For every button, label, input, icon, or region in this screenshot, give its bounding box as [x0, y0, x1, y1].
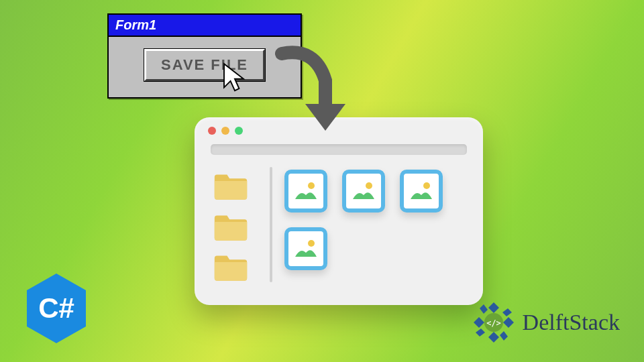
image-thumbnail[interactable]: [284, 227, 327, 270]
svg-marker-11: [500, 331, 508, 341]
cursor-icon: [221, 62, 248, 94]
image-thumbnail[interactable]: [400, 170, 443, 213]
maximize-dot-icon[interactable]: [235, 127, 243, 135]
arrow-icon: [275, 40, 369, 147]
picture-icon: [292, 235, 319, 262]
picture-icon: [350, 178, 377, 204]
close-dot-icon[interactable]: [208, 127, 216, 135]
folder-icon[interactable]: [211, 171, 251, 201]
svg-point-2: [423, 182, 430, 189]
svg-marker-8: [488, 332, 499, 343]
divider: [270, 167, 272, 282]
svg-text:C#: C#: [38, 292, 74, 324]
window-title: Form1: [115, 17, 156, 32]
image-thumbnail[interactable]: [342, 170, 385, 213]
csharp-badge-icon: C#: [23, 271, 90, 346]
svg-marker-12: [476, 328, 485, 337]
brand-name: DelftStack: [523, 310, 620, 335]
form1-window: Form1 SAVE FILE: [107, 13, 302, 99]
sidebar: [211, 167, 264, 282]
svg-point-0: [308, 182, 315, 189]
folder-icon[interactable]: [211, 252, 251, 282]
content-grid: [284, 167, 467, 282]
delftstack-logo: </> DelftStack: [470, 299, 620, 346]
svg-text:</>: </>: [486, 318, 501, 328]
minimize-dot-icon[interactable]: [221, 127, 229, 135]
svg-point-1: [366, 182, 372, 189]
svg-marker-9: [474, 317, 484, 328]
picture-icon: [408, 178, 435, 204]
image-thumbnail[interactable]: [284, 170, 327, 213]
form-body: SAVE FILE: [109, 37, 301, 97]
svg-marker-10: [502, 308, 512, 316]
svg-marker-7: [503, 317, 514, 328]
browser-body: [195, 162, 483, 296]
folder-icon[interactable]: [211, 212, 251, 242]
svg-point-3: [308, 240, 315, 247]
svg-marker-6: [488, 302, 499, 313]
titlebar: Form1: [109, 15, 301, 37]
delftstack-mark-icon: </>: [470, 299, 517, 346]
svg-marker-13: [480, 304, 488, 314]
picture-icon: [292, 178, 319, 204]
